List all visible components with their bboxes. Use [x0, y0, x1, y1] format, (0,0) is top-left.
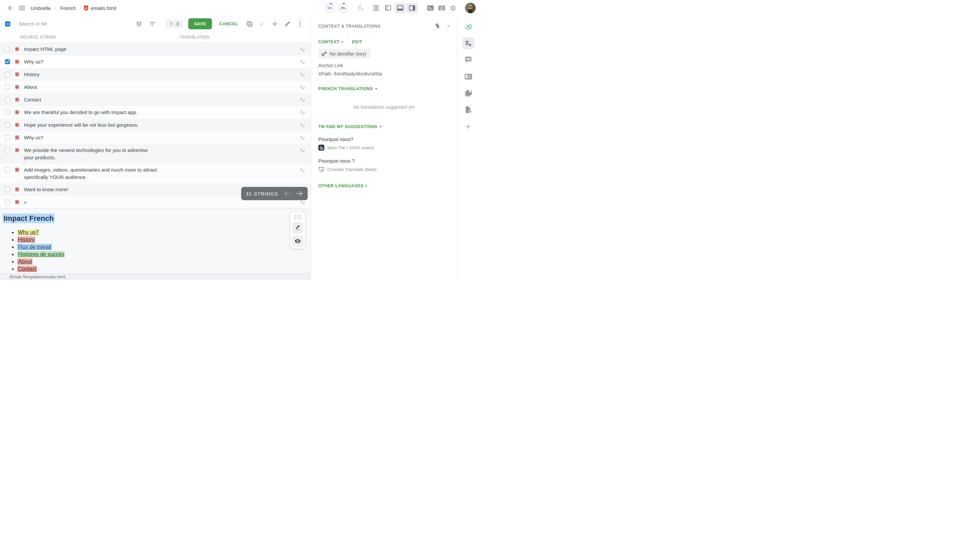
crowdin-translate-icon — [318, 166, 324, 172]
tm-suggestion[interactable]: Pourquoi nous? Main TM • 100% match — [318, 136, 450, 151]
svg-text:A: A — [300, 97, 303, 102]
preview-nav-link[interactable]: Why us? — [17, 229, 39, 236]
prev-string-arrow[interactable] — [284, 191, 291, 196]
spellcheck-icon[interactable]: A — [300, 59, 305, 66]
edit-context-button[interactable]: EDIT — [352, 40, 362, 44]
preview-edit-button[interactable] — [292, 222, 303, 233]
search-input[interactable] — [19, 21, 95, 27]
filter-icon[interactable] — [148, 20, 156, 28]
comments-icon[interactable] — [462, 54, 474, 66]
translate-icon[interactable]: A — [462, 37, 474, 49]
menu-icon[interactable] — [17, 3, 27, 13]
save-button[interactable]: SAVE — [188, 18, 211, 29]
file-info-icon[interactable] — [462, 104, 474, 116]
spellcheck-icon[interactable]: A — [300, 199, 305, 206]
draft-edit-icon[interactable] — [355, 3, 366, 13]
row-checkbox[interactable] — [5, 135, 10, 140]
breadcrumb-file[interactable]: 5 emails.html — [84, 5, 118, 11]
table-row[interactable]: We provide the newest technologies for y… — [0, 144, 311, 164]
spellcheck-icon[interactable]: A — [300, 84, 305, 91]
back-button[interactable] — [5, 3, 15, 13]
preview-nav-link[interactable]: History — [17, 236, 35, 243]
context-section-toggle[interactable]: CONTEXT — [318, 40, 343, 44]
mt-suggestion[interactable]: Pourquoi nous ? Crowdin Translate (beta) — [318, 158, 450, 172]
other-languages-toggle[interactable]: OTHER LANGUAGES — [318, 184, 450, 188]
spellcheck-icon[interactable]: A — [300, 71, 305, 79]
preview-nav-link[interactable]: Contact — [17, 266, 37, 272]
user-avatar[interactable] — [465, 3, 476, 13]
strings-editor: 7 · 0 SAVE CANCEL — [0, 16, 311, 280]
breadcrumb-project[interactable]: Umbrella — [29, 5, 52, 11]
breadcrumb-language[interactable]: French — [58, 5, 78, 11]
preview-nav-link[interactable]: Histoires de succès — [17, 251, 65, 257]
row-checkbox[interactable] — [5, 148, 10, 153]
duplicate-icon[interactable] — [244, 19, 255, 29]
spellcheck-icon[interactable]: A — [300, 134, 305, 142]
table-row[interactable]: HistoryA — [0, 68, 311, 81]
table-row[interactable]: ContactA — [0, 93, 311, 106]
row-checkbox[interactable] — [5, 167, 10, 172]
source-string-text: We are thankful you decided to go with I… — [24, 109, 137, 116]
table-row[interactable]: AboutA — [0, 81, 311, 93]
ai-assistant-icon[interactable] — [462, 21, 474, 33]
row-checkbox[interactable] — [5, 199, 10, 204]
preview-eye-button[interactable] — [292, 236, 303, 247]
keyboard-icon[interactable] — [436, 3, 447, 13]
row-checkbox[interactable] — [5, 72, 10, 77]
approved-progress-ring[interactable]: 3% — [337, 2, 349, 14]
translated-progress-ring[interactable]: 5% — [324, 2, 335, 14]
preview-nav-link[interactable]: About — [17, 258, 33, 265]
settings-gear-icon[interactable]: ⚙ — [448, 3, 458, 13]
preview-page-title[interactable]: Impact French — [3, 214, 55, 223]
row-checkbox[interactable] — [5, 97, 10, 102]
table-row[interactable]: Impact HTML pageA — [0, 43, 311, 55]
row-checkbox[interactable] — [5, 187, 10, 192]
source-string-column-header: SOURCE STRING — [20, 35, 56, 40]
preview-nav-link[interactable]: Flux de travail — [17, 244, 52, 250]
spellcheck-icon[interactable]: A — [300, 147, 305, 154]
approve-check-icon[interactable] — [257, 19, 268, 29]
bottom-panel-view-icon[interactable] — [395, 3, 406, 13]
terminal-icon[interactable] — [425, 3, 436, 13]
row-checkbox[interactable] — [5, 110, 10, 115]
edit-pencil-icon[interactable] — [282, 19, 293, 29]
row-checkbox[interactable] — [5, 122, 10, 127]
select-all-checkbox[interactable] — [5, 21, 10, 27]
glossary-icon[interactable] — [462, 87, 474, 99]
right-panel-view-icon[interactable] — [406, 3, 418, 13]
cancel-button[interactable]: CANCEL — [219, 21, 238, 26]
row-checkbox[interactable] — [5, 59, 10, 64]
spellcheck-icon[interactable]: A — [300, 97, 305, 104]
table-row[interactable]: Hope your experience will be not less bu… — [0, 119, 311, 131]
table-row[interactable]: We are thankful you decided to go with I… — [0, 106, 311, 119]
suggestion-text: Pourquoi nous? — [318, 136, 450, 142]
tm-icon — [318, 145, 324, 151]
add-panel-icon[interactable]: + — [462, 120, 474, 132]
chevron-down-icon[interactable] — [447, 25, 450, 27]
next-string-arrow[interactable] — [296, 191, 303, 196]
table-view-icon[interactable] — [371, 3, 382, 13]
table-row[interactable]: Add images, videos, questionaries and mu… — [0, 164, 311, 183]
sliders-icon[interactable] — [135, 20, 143, 28]
table-row[interactable]: Why us?A — [0, 55, 311, 68]
table-row[interactable]: Why us?A — [0, 131, 311, 144]
spellcheck-icon[interactable]: A — [300, 109, 305, 116]
suggestion-text: Pourquoi nous ? — [318, 158, 450, 164]
string-status-badge — [13, 147, 21, 154]
spellcheck-icon[interactable]: A — [300, 167, 305, 174]
row-checkbox[interactable] — [5, 84, 10, 89]
source-string-text: Why us? — [24, 134, 43, 141]
split-view-icon[interactable] — [382, 3, 394, 13]
context-card-icon[interactable] — [462, 71, 474, 82]
spellcheck-icon[interactable]: A — [300, 46, 305, 53]
drag-handle[interactable] — [294, 215, 301, 220]
add-string-icon[interactable] — [270, 19, 280, 29]
kebab-menu-icon[interactable] — [295, 19, 305, 29]
spellcheck-icon[interactable]: A — [300, 122, 305, 129]
no-translations-message: No translations suggested yet — [318, 104, 450, 110]
unpin-icon[interactable] — [435, 23, 440, 29]
translations-section-toggle[interactable]: FRENCH TRANSLATIONS — [318, 87, 450, 91]
suggestions-section-toggle[interactable]: TM AND MT SUGGESTIONS — [318, 124, 450, 129]
preview-nav-item: About — [17, 259, 311, 265]
row-checkbox[interactable] — [5, 47, 10, 52]
